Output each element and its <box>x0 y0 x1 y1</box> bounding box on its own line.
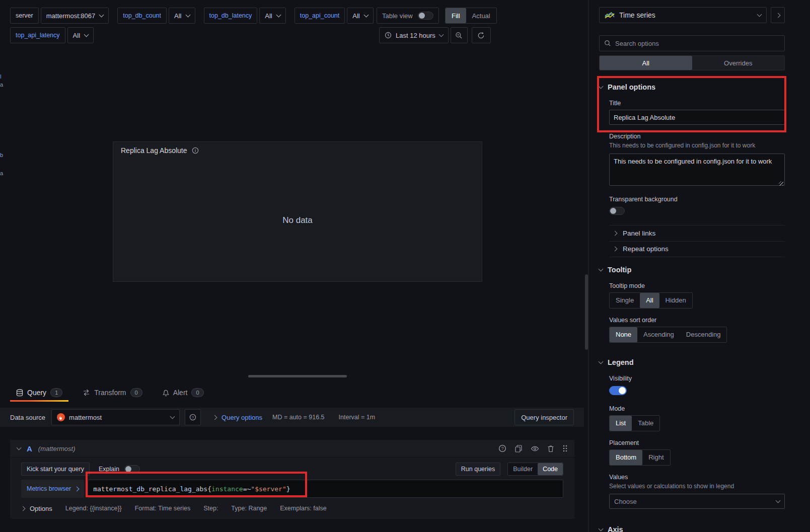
panel-description-textarea[interactable]: This needs to be configured in config.js… <box>609 154 785 186</box>
clipped-text-fragment: l <box>0 73 4 80</box>
variable-top-api-count: top_api_count All <box>294 8 374 24</box>
query-help-icon[interactable]: ? <box>498 444 506 452</box>
tab-query[interactable]: Query 1 <box>16 388 62 397</box>
hide-query-eye-icon[interactable] <box>531 445 539 452</box>
explain-switch[interactable] <box>124 465 140 473</box>
legend-visibility-switch[interactable] <box>609 386 627 395</box>
tab-overrides[interactable]: Overrides <box>692 56 785 70</box>
svg-text:?: ? <box>501 446 503 451</box>
sort-descending[interactable]: Descending <box>680 327 727 342</box>
variable-value-server[interactable]: mattermost:8067 <box>41 8 109 24</box>
tab-transform[interactable]: Transform 0 <box>83 388 142 397</box>
sort-none[interactable]: None <box>610 327 637 342</box>
query-toolbar: Kick start your query Explain Run querie… <box>21 463 563 476</box>
main-scrollbar-thumb[interactable] <box>585 274 588 350</box>
title-label: Title <box>609 100 785 107</box>
legend-header[interactable]: Legend <box>599 358 785 367</box>
actual-option[interactable]: Actual <box>466 8 496 23</box>
clipped-text-fragment: a <box>0 170 4 176</box>
query-row-header[interactable]: A (mattermost) ? <box>10 440 574 457</box>
panel-options-header[interactable]: Panel options <box>599 83 785 92</box>
panel-resize-handle[interactable] <box>248 375 347 377</box>
datasource-help-button[interactable]: ? <box>185 409 201 425</box>
panel-links-expander[interactable]: Panel links <box>609 225 785 241</box>
options-expander[interactable]: Options <box>21 505 52 512</box>
refresh-button[interactable] <box>472 27 491 43</box>
promql-expression-input[interactable]: mattermost_db_replica_lag_abs{instance=~… <box>88 480 563 498</box>
options-search[interactable] <box>599 35 785 51</box>
svg-text:?: ? <box>192 415 194 420</box>
panel-title-input[interactable] <box>609 110 785 125</box>
tooltip-mode-hidden[interactable]: Hidden <box>659 293 692 308</box>
search-options-input[interactable] <box>615 40 780 47</box>
variable-value-top-api-latency[interactable]: All <box>67 27 94 43</box>
tooltip-mode-single[interactable]: Single <box>610 293 640 308</box>
description-label: Description <box>609 133 785 140</box>
placement-bottom[interactable]: Bottom <box>610 450 642 465</box>
variables-row-2: top_api_latency All <box>10 27 94 43</box>
variable-value-top-db-latency[interactable]: All <box>259 8 285 24</box>
query-editor-line: Metrics browser mattermost_db_replica_la… <box>21 480 563 498</box>
fill-option[interactable]: Fill <box>446 8 466 23</box>
query-options-toggle[interactable]: Query options <box>213 414 262 421</box>
tab-alert[interactable]: Alert 0 <box>163 388 204 397</box>
panel-options-collapsers: Panel links Repeat options <box>609 225 785 257</box>
panel-header[interactable]: Replica Lag Absolute <box>113 142 482 159</box>
drag-handle-icon[interactable] <box>562 444 567 452</box>
tooltip-header[interactable]: Tooltip <box>599 265 785 274</box>
run-queries-button[interactable]: Run queries <box>456 463 500 476</box>
collapse-pane-button[interactable] <box>771 7 785 23</box>
panel-body: No data <box>113 159 482 281</box>
legend-mode-label: Mode <box>609 405 785 412</box>
variable-value-top-api-count[interactable]: All <box>347 8 373 24</box>
tooltip-mode-all[interactable]: All <box>640 293 659 308</box>
switch-knob <box>419 13 425 19</box>
table-view-toggle[interactable]: Table view <box>377 8 439 24</box>
transparent-background-switch[interactable] <box>609 207 625 215</box>
legend-values-select[interactable]: Choose <box>609 494 785 509</box>
axis-header[interactable]: Axis <box>599 525 785 532</box>
chevron-down-icon <box>276 13 281 18</box>
variable-label-top-db-count: top_db_count <box>117 8 167 24</box>
sort-ascending[interactable]: Ascending <box>637 327 680 342</box>
visibility-label: Visibility <box>609 375 785 382</box>
search-icon <box>604 40 611 47</box>
collapse-query-icon[interactable] <box>17 445 22 450</box>
kick-start-query-button[interactable]: Kick start your query <box>21 463 90 476</box>
help-icon: ? <box>189 414 196 421</box>
visualization-picker[interactable]: Time series <box>599 7 767 23</box>
switch-knob <box>125 466 131 472</box>
delete-query-trash-icon[interactable] <box>547 445 554 452</box>
query-count-badge: 1 <box>50 388 62 397</box>
switch-knob <box>619 387 626 394</box>
promql-label: instance <box>211 485 243 493</box>
variable-value-top-db-count[interactable]: All <box>169 8 195 24</box>
code-option[interactable]: Code <box>538 463 563 475</box>
placement-right[interactable]: Right <box>642 450 670 465</box>
interval: Interval = 1m <box>339 414 376 421</box>
legend-mode-table[interactable]: Table <box>632 416 659 431</box>
datasource-picker[interactable]: mattermost <box>51 409 180 425</box>
duplicate-query-icon[interactable] <box>514 444 523 452</box>
query-inspector-button[interactable]: Query inspector <box>514 409 574 425</box>
explain-toggle[interactable]: Explain <box>99 465 140 473</box>
builder-code-group: Builder Code <box>507 463 563 476</box>
chevron-down-icon <box>84 32 89 37</box>
tab-all[interactable]: All <box>600 56 692 70</box>
zoom-out-button[interactable] <box>451 27 468 43</box>
chevron-right-icon <box>75 486 80 491</box>
repeat-options-expander[interactable]: Repeat options <box>609 241 785 257</box>
metrics-browser-button[interactable]: Metrics browser <box>21 480 84 498</box>
chevron-down-icon <box>363 13 369 18</box>
bell-icon <box>163 389 169 397</box>
builder-option[interactable]: Builder <box>508 463 538 475</box>
legend-mode-list[interactable]: List <box>610 416 632 431</box>
time-range-picker[interactable]: Last 12 hours <box>379 27 449 43</box>
panel-preview[interactable]: Replica Lag Absolute No data <box>113 141 482 282</box>
chevron-right-icon <box>613 247 618 252</box>
options-filter-tabs: All Overrides <box>599 55 785 70</box>
info-icon[interactable] <box>192 147 199 154</box>
query-row-body: Kick start your query Explain Run querie… <box>10 457 574 519</box>
table-view-switch[interactable] <box>418 12 433 20</box>
query-row-actions: ? <box>498 444 567 452</box>
